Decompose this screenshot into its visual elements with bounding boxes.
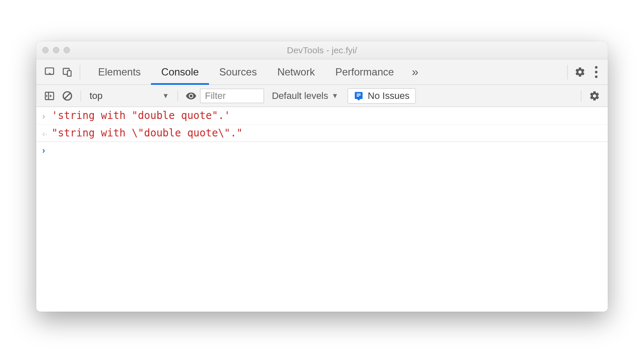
divider xyxy=(81,90,81,101)
close-icon[interactable] xyxy=(42,47,49,53)
console-output-text: "string with \"double quote\"." xyxy=(52,127,243,139)
prompt-chevron-icon: › xyxy=(42,145,52,155)
issues-label: No Issues xyxy=(368,90,409,101)
inspect-icon[interactable] xyxy=(41,63,58,81)
device-toggle-icon[interactable] xyxy=(58,63,76,81)
log-levels-selector[interactable]: Default levels ▼ xyxy=(272,90,338,101)
devtools-window: DevTools - jec.fyi/ Elements Console Sou… xyxy=(36,41,608,312)
issues-button[interactable]: No Issues xyxy=(348,88,416,104)
tab-console[interactable]: Console xyxy=(151,59,209,85)
filter-input[interactable] xyxy=(200,89,264,103)
zoom-icon[interactable] xyxy=(64,47,70,53)
levels-label: Default levels xyxy=(272,90,328,101)
console-settings-gear-icon[interactable] xyxy=(586,87,603,105)
svg-line-5 xyxy=(65,93,70,98)
window-controls xyxy=(42,47,70,53)
chevron-down-icon: ▼ xyxy=(332,92,339,100)
context-selector[interactable]: top ▼ xyxy=(85,90,173,101)
clear-console-icon[interactable] xyxy=(58,87,76,105)
chevron-down-icon: ▼ xyxy=(162,92,169,100)
tab-elements[interactable]: Elements xyxy=(88,59,151,85)
context-label: top xyxy=(90,90,103,101)
divider xyxy=(177,90,178,101)
console-entry[interactable]: › 'string with "double quote".' xyxy=(36,107,608,124)
live-expression-icon[interactable] xyxy=(182,87,200,105)
tab-performance[interactable]: Performance xyxy=(325,59,404,85)
settings-gear-icon[interactable] xyxy=(571,63,589,81)
main-tabs-bar: Elements Console Sources Network Perform… xyxy=(36,59,608,85)
console-input-text: 'string with "double quote".' xyxy=(52,110,230,122)
input-chevron-icon: › xyxy=(42,111,52,121)
output-chevron-icon: ‹· xyxy=(42,129,52,139)
svg-rect-2 xyxy=(67,70,71,76)
tab-sources[interactable]: Sources xyxy=(209,59,267,85)
console-sidebar-toggle-icon[interactable] xyxy=(41,87,58,105)
tab-network[interactable]: Network xyxy=(267,59,325,85)
more-menu-icon[interactable] xyxy=(589,66,603,78)
issues-icon xyxy=(354,91,363,101)
divider xyxy=(581,90,581,101)
divider xyxy=(80,65,80,79)
console-entry[interactable]: ‹· "string with \"double quote\"." xyxy=(36,124,608,142)
window-title: DevTools - jec.fyi/ xyxy=(36,45,608,55)
more-tabs-icon[interactable]: » xyxy=(412,65,419,79)
panel-tabs: Elements Console Sources Network Perform… xyxy=(88,59,418,85)
console-toolbar: top ▼ Default levels ▼ No Issues xyxy=(36,85,608,107)
minimize-icon[interactable] xyxy=(53,47,59,53)
console-prompt[interactable]: › xyxy=(36,142,608,159)
divider xyxy=(567,65,568,79)
console-output: › 'string with "double quote".' ‹· "stri… xyxy=(36,107,608,312)
titlebar: DevTools - jec.fyi/ xyxy=(36,41,608,59)
